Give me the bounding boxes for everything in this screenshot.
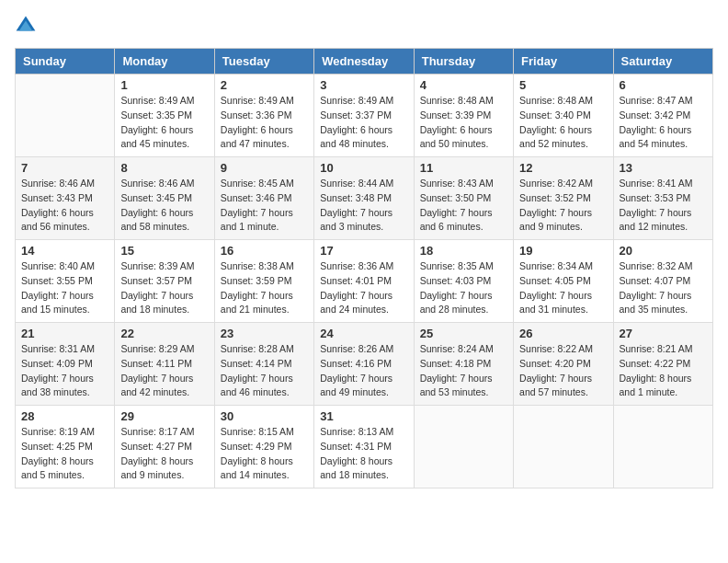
day-number: 17 (320, 244, 407, 258)
sunrise-text: Sunrise: 8:28 AM (221, 343, 294, 354)
daylight-text: Daylight: 6 hours and 47 minutes. (221, 124, 293, 150)
day-info: Sunrise: 8:24 AM Sunset: 4:18 PM Dayligh… (420, 342, 507, 400)
calendar-cell: 3 Sunrise: 8:49 AM Sunset: 3:37 PM Dayli… (314, 75, 414, 157)
day-info: Sunrise: 8:49 AM Sunset: 3:36 PM Dayligh… (221, 94, 308, 152)
sunrise-text: Sunrise: 8:47 AM (620, 95, 693, 106)
sunrise-text: Sunrise: 8:13 AM (320, 426, 393, 437)
sunset-text: Sunset: 3:40 PM (519, 109, 591, 121)
day-info: Sunrise: 8:38 AM Sunset: 3:59 PM Dayligh… (221, 259, 308, 317)
calendar-cell: 25 Sunrise: 8:24 AM Sunset: 4:18 PM Dayl… (414, 323, 513, 406)
day-number: 31 (320, 409, 407, 423)
calendar-cell: 2 Sunrise: 8:49 AM Sunset: 3:36 PM Dayli… (214, 75, 313, 157)
sunset-text: Sunset: 3:46 PM (221, 192, 292, 203)
day-number: 8 (120, 161, 208, 175)
day-number: 7 (21, 161, 108, 175)
sunrise-text: Sunrise: 8:21 AM (620, 343, 693, 354)
day-info: Sunrise: 8:36 AM Sunset: 4:01 PM Dayligh… (320, 259, 407, 317)
sunrise-text: Sunrise: 8:49 AM (221, 95, 294, 106)
sunrise-text: Sunrise: 8:48 AM (519, 95, 593, 106)
day-info: Sunrise: 8:39 AM Sunset: 3:57 PM Dayligh… (120, 259, 208, 317)
sunrise-text: Sunrise: 8:44 AM (320, 178, 393, 189)
day-info: Sunrise: 8:42 AM Sunset: 3:52 PM Dayligh… (519, 177, 607, 235)
daylight-text: Daylight: 8 hours and 18 minutes. (320, 455, 392, 481)
day-number: 11 (420, 161, 507, 175)
calendar-cell: 17 Sunrise: 8:36 AM Sunset: 4:01 PM Dayl… (314, 240, 414, 323)
day-info: Sunrise: 8:46 AM Sunset: 3:43 PM Dayligh… (21, 177, 108, 235)
sunset-text: Sunset: 3:43 PM (21, 192, 93, 203)
day-info: Sunrise: 8:32 AM Sunset: 4:07 PM Dayligh… (620, 259, 707, 317)
sunset-text: Sunset: 4:18 PM (420, 358, 492, 369)
daylight-text: Daylight: 7 hours and 6 minutes. (420, 207, 493, 233)
calendar-cell: 29 Sunrise: 8:17 AM Sunset: 4:27 PM Dayl… (115, 406, 214, 488)
sunset-text: Sunset: 4:27 PM (120, 441, 192, 452)
sunrise-text: Sunrise: 8:46 AM (21, 178, 95, 189)
daylight-text: Daylight: 7 hours and 42 minutes. (120, 373, 193, 398)
day-number: 9 (221, 161, 308, 175)
daylight-text: Daylight: 6 hours and 56 minutes. (21, 207, 94, 233)
sunset-text: Sunset: 4:11 PM (120, 358, 192, 369)
daylight-text: Daylight: 6 hours and 48 minutes. (320, 124, 392, 150)
day-number: 26 (519, 327, 607, 340)
day-info: Sunrise: 8:45 AM Sunset: 3:46 PM Dayligh… (221, 177, 308, 235)
day-info: Sunrise: 8:13 AM Sunset: 4:31 PM Dayligh… (320, 425, 407, 483)
calendar-cell: 18 Sunrise: 8:35 AM Sunset: 4:03 PM Dayl… (414, 240, 513, 323)
day-info: Sunrise: 8:40 AM Sunset: 3:55 PM Dayligh… (21, 259, 108, 317)
sunrise-text: Sunrise: 8:34 AM (519, 260, 593, 271)
week-row-1: 7 Sunrise: 8:46 AM Sunset: 3:43 PM Dayli… (16, 157, 713, 240)
sunset-text: Sunset: 4:22 PM (620, 358, 691, 369)
daylight-text: Daylight: 8 hours and 5 minutes. (21, 455, 94, 481)
sunrise-text: Sunrise: 8:17 AM (120, 426, 194, 437)
calendar-cell: 26 Sunrise: 8:22 AM Sunset: 4:20 PM Dayl… (514, 323, 613, 406)
sunset-text: Sunset: 3:52 PM (519, 192, 591, 203)
sunrise-text: Sunrise: 8:35 AM (420, 260, 494, 271)
sunset-text: Sunset: 4:09 PM (21, 358, 93, 369)
sunset-text: Sunset: 3:42 PM (620, 109, 691, 121)
daylight-text: Daylight: 8 hours and 1 minute. (620, 373, 692, 398)
weekday-header-sunday: Sunday (16, 49, 115, 75)
weekday-header-friday: Friday (514, 49, 613, 75)
sunrise-text: Sunrise: 8:26 AM (320, 343, 393, 354)
daylight-text: Daylight: 7 hours and 18 minutes. (120, 290, 193, 316)
sunset-text: Sunset: 3:35 PM (120, 109, 192, 121)
daylight-text: Daylight: 6 hours and 50 minutes. (420, 124, 493, 150)
calendar-cell: 4 Sunrise: 8:48 AM Sunset: 3:39 PM Dayli… (414, 75, 513, 157)
day-number: 16 (221, 244, 308, 258)
day-number: 4 (420, 78, 507, 92)
day-info: Sunrise: 8:48 AM Sunset: 3:40 PM Dayligh… (519, 94, 607, 152)
sunrise-text: Sunrise: 8:22 AM (519, 343, 593, 354)
calendar-cell: 5 Sunrise: 8:48 AM Sunset: 3:40 PM Dayli… (514, 75, 613, 157)
sunrise-text: Sunrise: 8:39 AM (120, 260, 194, 271)
day-number: 20 (620, 244, 707, 258)
calendar-cell: 10 Sunrise: 8:44 AM Sunset: 3:48 PM Dayl… (314, 157, 414, 240)
sunset-text: Sunset: 3:50 PM (420, 192, 492, 203)
daylight-text: Daylight: 7 hours and 46 minutes. (221, 373, 293, 398)
week-row-0: 1 Sunrise: 8:49 AM Sunset: 3:35 PM Dayli… (16, 75, 713, 157)
calendar-table: SundayMondayTuesdayWednesdayThursdayFrid… (15, 48, 713, 488)
day-number: 21 (21, 327, 108, 340)
sunrise-text: Sunrise: 8:49 AM (120, 95, 194, 106)
calendar-cell (414, 406, 513, 488)
weekday-header-row: SundayMondayTuesdayWednesdayThursdayFrid… (16, 49, 713, 75)
calendar-cell: 27 Sunrise: 8:21 AM Sunset: 4:22 PM Dayl… (613, 323, 712, 406)
sunset-text: Sunset: 4:03 PM (420, 275, 492, 286)
sunset-text: Sunset: 4:31 PM (320, 441, 392, 452)
daylight-text: Daylight: 8 hours and 9 minutes. (120, 455, 193, 481)
day-number: 19 (519, 244, 607, 258)
sunset-text: Sunset: 4:01 PM (320, 275, 392, 286)
day-info: Sunrise: 8:49 AM Sunset: 3:35 PM Dayligh… (120, 94, 208, 152)
day-info: Sunrise: 8:44 AM Sunset: 3:48 PM Dayligh… (320, 177, 407, 235)
calendar-cell: 11 Sunrise: 8:43 AM Sunset: 3:50 PM Dayl… (414, 157, 513, 240)
sunset-text: Sunset: 4:07 PM (620, 275, 691, 286)
calendar-cell: 31 Sunrise: 8:13 AM Sunset: 4:31 PM Dayl… (314, 406, 414, 488)
calendar-cell (613, 406, 712, 488)
day-info: Sunrise: 8:15 AM Sunset: 4:29 PM Dayligh… (221, 425, 308, 483)
calendar-cell: 9 Sunrise: 8:45 AM Sunset: 3:46 PM Dayli… (214, 157, 313, 240)
daylight-text: Daylight: 7 hours and 9 minutes. (519, 207, 592, 233)
week-row-3: 21 Sunrise: 8:31 AM Sunset: 4:09 PM Dayl… (16, 323, 713, 406)
sunrise-text: Sunrise: 8:36 AM (320, 260, 393, 271)
sunset-text: Sunset: 4:29 PM (221, 441, 292, 452)
sunrise-text: Sunrise: 8:24 AM (420, 343, 494, 354)
day-number: 14 (21, 244, 108, 258)
day-info: Sunrise: 8:46 AM Sunset: 3:45 PM Dayligh… (120, 177, 208, 235)
logo (15, 15, 40, 37)
